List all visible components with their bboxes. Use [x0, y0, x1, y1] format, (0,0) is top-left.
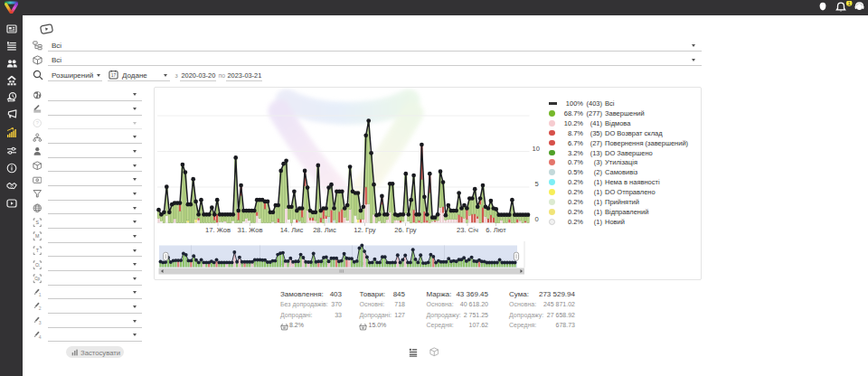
- svg-text:2: 2: [39, 306, 42, 312]
- svg-text:T: T: [35, 248, 39, 253]
- svg-text:31. Жов: 31. Жов: [238, 226, 263, 234]
- svg-text:0: 0: [535, 215, 539, 223]
- svg-text:4: 4: [39, 334, 42, 340]
- svg-text:1: 1: [39, 292, 42, 297]
- svg-text:Ct: Ct: [35, 262, 40, 267]
- svg-text:12. Гру: 12. Гру: [354, 226, 375, 234]
- svg-text:6. Лют: 6. Лют: [486, 226, 506, 234]
- svg-text:17: 17: [111, 73, 117, 78]
- svg-text:17. Жов: 17. Жов: [205, 226, 231, 234]
- svg-text:28. Лис: 28. Лис: [313, 226, 336, 234]
- svg-text:23. Січ: 23. Січ: [457, 226, 478, 234]
- svg-text:?: ?: [35, 119, 39, 126]
- svg-text:5: 5: [535, 180, 539, 188]
- svg-text:10: 10: [533, 145, 540, 153]
- svg-text:14. Лис: 14. Лис: [280, 226, 304, 234]
- svg-text:Cp: Cp: [34, 277, 40, 281]
- svg-text:1: 1: [847, 1, 851, 6]
- svg-text:S: S: [35, 220, 39, 225]
- svg-text:M: M: [35, 233, 39, 239]
- svg-text:3: 3: [39, 321, 42, 326]
- svg-text:26. Гру: 26. Гру: [394, 226, 416, 234]
